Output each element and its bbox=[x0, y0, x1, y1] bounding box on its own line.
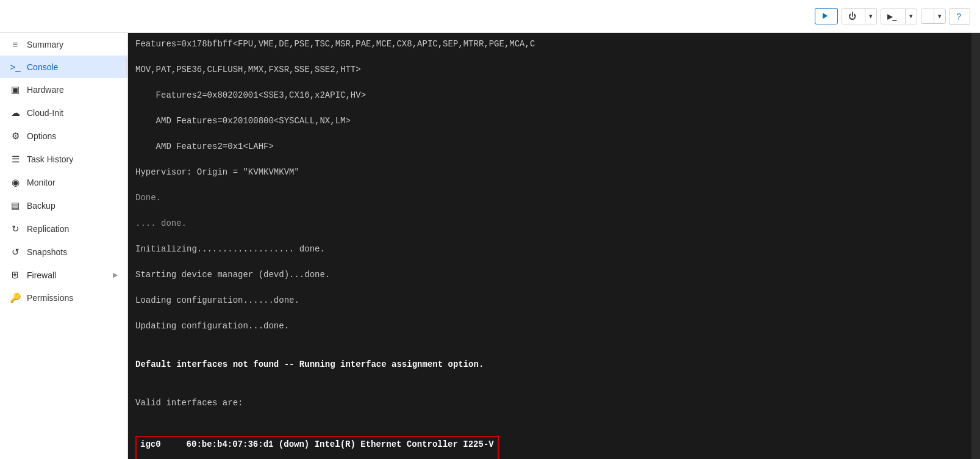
help-icon: ? bbox=[956, 12, 961, 21]
firewall-icon: ⛨ bbox=[10, 270, 21, 280]
options-icon: ⚙ bbox=[10, 131, 21, 142]
console-dropdown-button[interactable]: ▾ bbox=[906, 9, 917, 24]
start-button[interactable] bbox=[815, 8, 838, 24]
chevron-down-icon: ▾ bbox=[869, 12, 873, 20]
sidebar-item-snapshots[interactable]: ↺Snapshots bbox=[0, 240, 127, 264]
sidebar-item-label-monitor: Monitor bbox=[27, 178, 55, 187]
sidebar-item-label-cloud-init: Cloud-Init bbox=[27, 108, 63, 118]
console-line: Valid interfaces are: bbox=[135, 397, 964, 410]
help-button[interactable]: ? bbox=[950, 8, 970, 25]
sidebar-item-console[interactable]: >_Console◀ bbox=[0, 56, 127, 78]
sidebar-item-label-options: Options bbox=[27, 131, 56, 141]
sidebar-item-backup[interactable]: ▤Backup bbox=[0, 194, 127, 217]
header-actions: ⏻ ▾ ▶_ ▾ ▾ ? bbox=[815, 8, 970, 25]
sidebar-item-label-backup: Backup bbox=[27, 201, 55, 211]
sidebar-item-summary[interactable]: ≡Summary bbox=[0, 33, 127, 56]
header: ⏻ ▾ ▶_ ▾ ▾ ? bbox=[0, 0, 980, 33]
console-line: Features2=0x80202001<SSE3,CX16,x2APIC,HV… bbox=[135, 89, 964, 102]
more-main-button[interactable] bbox=[921, 9, 934, 23]
shutdown-main-button[interactable]: ⏻ bbox=[842, 9, 865, 24]
shutdown-button-group: ⏻ ▾ bbox=[842, 8, 877, 24]
sidebar-item-label-summary: Summary bbox=[27, 40, 63, 49]
chevron-down-icon: ▾ bbox=[909, 12, 913, 20]
console-line: AMD Features=0x20100800<SYSCALL,NX,LM> bbox=[135, 115, 964, 128]
sidebar-item-label-replication: Replication bbox=[27, 224, 69, 234]
console-line: Done. bbox=[135, 192, 964, 204]
task-history-icon: ☰ bbox=[10, 154, 21, 165]
console-output[interactable]: Features=0x178bfbff<FPU,VME,DE,PSE,TSC,M… bbox=[128, 33, 971, 459]
more-button-group: ▾ bbox=[921, 9, 946, 24]
console-line: .... done. bbox=[135, 217, 964, 230]
permissions-icon: 🔑 bbox=[10, 292, 21, 303]
chevron-down-icon: ▾ bbox=[938, 12, 942, 20]
console-line: Hypervisor: Origin = "KVMKVMKVM" bbox=[135, 166, 964, 179]
monitor-icon: ◉ bbox=[10, 177, 21, 188]
sidebar-item-label-task-history: Task History bbox=[27, 154, 73, 164]
sidebar-item-cloud-init[interactable]: ☁Cloud-Init bbox=[0, 101, 127, 125]
snapshots-icon: ↺ bbox=[10, 247, 21, 258]
backup-icon: ▤ bbox=[10, 200, 21, 211]
sidebar-item-task-history[interactable]: ☰Task History bbox=[0, 148, 127, 171]
sidebar-item-permissions[interactable]: 🔑Permissions bbox=[0, 286, 127, 309]
console-main-button[interactable]: ▶_ bbox=[881, 9, 906, 24]
sidebar-item-firewall[interactable]: ⛨Firewall▶ bbox=[0, 264, 127, 286]
console-line: Updating configuration...done. bbox=[135, 320, 964, 333]
shutdown-dropdown-button[interactable]: ▾ bbox=[865, 9, 876, 24]
sidebar-item-label-permissions: Permissions bbox=[27, 293, 73, 303]
sidebar-item-label-snapshots: Snapshots bbox=[27, 247, 67, 257]
console-line: Default interfaces not found -- Running … bbox=[135, 358, 964, 371]
console-line: Loading configuration......done. bbox=[135, 294, 964, 307]
sidebar-item-label-hardware: Hardware bbox=[27, 85, 64, 95]
summary-icon: ≡ bbox=[10, 39, 21, 49]
power-icon: ⏻ bbox=[848, 12, 856, 21]
sidebar: ≡Summary>_Console◀▣Hardware☁Cloud-Init⚙O… bbox=[0, 33, 128, 459]
highlight-box: igc0 60:be:b4:07:36:d1 (down) Intel(R) E… bbox=[135, 436, 499, 459]
console-button-group: ▶_ ▾ bbox=[881, 9, 918, 24]
sidebar-item-hardware[interactable]: ▣Hardware bbox=[0, 78, 127, 101]
console-line: AMD Features2=0x1<LAHF> bbox=[135, 140, 964, 153]
console-line: Features=0x178bfbff<FPU,VME,DE,PSE,TSC,M… bbox=[135, 38, 964, 51]
replication-icon: ↻ bbox=[10, 223, 21, 234]
main-layout: ≡Summary>_Console◀▣Hardware☁Cloud-Init⚙O… bbox=[0, 33, 980, 459]
cloud-init-icon: ☁ bbox=[10, 107, 21, 118]
console-icon: >_ bbox=[10, 62, 21, 72]
console-line: Starting device manager (devd)...done. bbox=[135, 269, 964, 281]
hardware-icon: ▣ bbox=[10, 84, 21, 95]
sidebar-item-label-console: Console bbox=[27, 62, 58, 72]
console-area[interactable]: Features=0x178bfbff<FPU,VME,DE,PSE,TSC,M… bbox=[128, 33, 971, 459]
more-dropdown-button[interactable]: ▾ bbox=[934, 9, 945, 23]
sidebar-item-arrow-firewall: ▶ bbox=[113, 271, 118, 279]
console-line: Initializing................... done. bbox=[135, 243, 964, 256]
sidebar-item-options[interactable]: ⚙Options bbox=[0, 125, 127, 148]
start-triangle-icon bbox=[823, 12, 828, 21]
sidebar-item-monitor[interactable]: ◉Monitor bbox=[0, 171, 127, 194]
sidebar-item-label-firewall: Firewall bbox=[27, 270, 56, 280]
console-line: igc0 60:be:b4:07:36:d1 (down) Intel(R) E… bbox=[140, 438, 494, 451]
scrollbar[interactable] bbox=[971, 33, 980, 459]
console-line: MOV,PAT,PSE36,CLFLUSH,MMX,FXSR,SSE,SSE2,… bbox=[135, 63, 964, 76]
console-icon: ▶_ bbox=[887, 12, 897, 21]
sidebar-item-replication[interactable]: ↻Replication bbox=[0, 217, 127, 240]
